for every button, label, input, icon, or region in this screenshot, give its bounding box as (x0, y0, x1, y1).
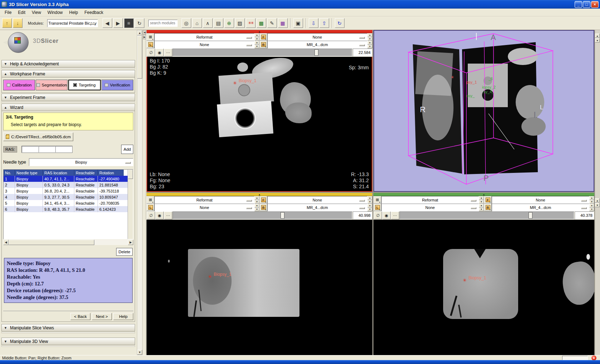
screen-capture-icon[interactable]: ≡ (124, 18, 134, 28)
spinner[interactable]: ▲▼ (367, 41, 372, 48)
minimize-button[interactable]: _ (575, 1, 582, 8)
spinner[interactable]: ▲▼ (367, 204, 372, 211)
fiducial-marker-icon[interactable]: ✳ (208, 274, 212, 279)
spinner[interactable]: ▲▼ (479, 196, 484, 204)
delete-target-button[interactable]: Delete (116, 248, 133, 256)
maximize-button[interactable]: □ (583, 1, 590, 8)
reformat-icon[interactable]: ⊞▼ (373, 196, 381, 204)
add-target-button[interactable]: Add (121, 145, 133, 154)
colors-icon[interactable]: ▦ (278, 18, 288, 28)
help-button[interactable]: Help (113, 313, 133, 320)
update-views-icon[interactable]: ↻ (335, 18, 344, 28)
background-layer-icon[interactable]: B▼ (259, 204, 267, 211)
ras-a-input[interactable] (39, 146, 55, 153)
fiducials-icon[interactable]: ✳✳ (246, 18, 256, 28)
menu-view[interactable]: View (29, 9, 44, 16)
green-reformat-dropdown[interactable]: Reformat (381, 196, 479, 204)
scroll-down-icon[interactable]: ▼ (137, 350, 142, 355)
slice-grid-icon[interactable]: ▨ (235, 18, 245, 28)
table-row[interactable]: 2Biopsy0.5, 33.0, 24.3Reachable21.881548 (4, 182, 128, 188)
fiducial-marker-icon[interactable]: ✳ (233, 80, 237, 86)
needle-type-dropdown[interactable]: Biopsy (29, 158, 133, 166)
collapse-left-icon[interactable]: ◀ (143, 30, 146, 35)
measurements-icon[interactable]: ✎ (267, 18, 277, 28)
section-help-acknowledgement[interactable]: ▼ Help & Acknowledgement (1, 60, 135, 68)
red-background-dropdown[interactable]: MR_4...dcm (267, 41, 367, 49)
scrollbar-thumb[interactable] (128, 170, 133, 179)
reload-module-icon[interactable]: ↻ (135, 18, 144, 28)
ras-s-input[interactable] (55, 146, 72, 153)
slider-handle[interactable] (314, 49, 318, 56)
spinner[interactable]: ▲▼ (367, 33, 372, 41)
yellow-background-dropdown[interactable]: MR_4...dcm (267, 204, 367, 211)
reformat-icon[interactable]: ⊞▼ (147, 33, 154, 41)
visibility-icon[interactable]: ◉ (155, 49, 164, 56)
target-file-button[interactable]: C:/Devel/TRect...e6f5b0b05.dcm (3, 133, 73, 141)
table-row[interactable]: 1Biopsy40.7, 41.1, 2...Reachable-27.4904… (4, 176, 128, 182)
menu-file[interactable]: File (1, 9, 15, 16)
editor-icon[interactable]: ▩ (257, 18, 266, 28)
menu-feedback[interactable]: Feedback (81, 9, 106, 16)
section-manipulate-3d-view[interactable]: ▼ Manipulate 3D View (1, 338, 135, 345)
label-layer-icon[interactable]: L▼ (373, 204, 381, 211)
panel-splitter[interactable]: ◀ ▶ (143, 30, 146, 355)
green-background-dropdown[interactable]: MR_4...dcm (492, 204, 589, 211)
spinner[interactable]: ▲▼ (254, 33, 259, 41)
green-view-bar[interactable]: ▲ (373, 193, 594, 196)
scrollbar-thumb[interactable] (9, 240, 94, 245)
menu-help[interactable]: Help (66, 9, 81, 16)
close-button[interactable]: × (591, 1, 599, 8)
background-layer-icon[interactable]: B▼ (484, 204, 492, 211)
link-views-icon[interactable]: ∅ (147, 211, 155, 219)
module-hierarchy-icon[interactable]: ∧ (203, 18, 213, 28)
tab-verification[interactable]: Verification (101, 80, 133, 90)
more-options-icon[interactable]: ⋯ (164, 49, 172, 56)
scroll-up-icon[interactable]: ▲ (595, 198, 600, 203)
visibility-icon[interactable]: ◉ (382, 211, 391, 219)
slider-handle[interactable] (529, 212, 532, 219)
scroll-right-icon[interactable]: ▶ (128, 240, 133, 245)
scroll-up-icon[interactable]: ▲ (137, 30, 142, 35)
ras-r-input[interactable] (22, 146, 39, 153)
yellow-view-bar[interactable]: ▲ (147, 193, 372, 196)
scroll-down-icon[interactable]: ▼ (595, 38, 600, 43)
save-scene-icon[interactable]: ↓ (13, 18, 23, 28)
spinner[interactable]: ▲▼ (367, 196, 372, 204)
section-manipulate-slice-views[interactable]: ▼ Manipulate Slice Views (1, 324, 135, 331)
error-log-icon[interactable]: × (591, 355, 596, 360)
back-button[interactable]: < Back (70, 313, 90, 320)
background-layer-icon[interactable]: B▼ (259, 41, 267, 48)
layout-select-icon[interactable]: ▣ (293, 18, 303, 28)
green-label-dropdown[interactable]: None (381, 204, 479, 211)
red-slice-slider[interactable] (173, 49, 352, 56)
red-foreground-dropdown[interactable]: None (267, 33, 367, 41)
spinner[interactable]: ▲▼ (254, 41, 259, 48)
green-slice-image[interactable]: ✳ Biopsy_1 (373, 220, 594, 355)
volumes-icon[interactable]: ⊕ (224, 18, 234, 28)
module-back-icon[interactable]: ◀ (103, 18, 112, 28)
red-reformat-dropdown[interactable]: Reformat (154, 33, 254, 41)
foreground-layer-icon[interactable]: F▼ (259, 196, 267, 204)
section-workphase-frame[interactable]: ▲ Workphase Frame (1, 70, 135, 78)
fiducial-up-icon[interactable]: ⇧ (319, 18, 329, 28)
yellow-reformat-dropdown[interactable]: Reformat (154, 196, 254, 204)
yellow-foreground-dropdown[interactable]: None (267, 196, 367, 204)
next-button[interactable]: Next > (92, 313, 112, 320)
label-layer-icon[interactable]: L▼ (147, 204, 154, 211)
red-view-bar[interactable]: ▲ (147, 30, 372, 33)
tab-targeting[interactable]: Targeting (68, 80, 101, 90)
modules-dropdown[interactable]: Transrectal Prostate Biopsy (47, 19, 98, 27)
label-layer-icon[interactable]: L▼ (147, 41, 154, 48)
slider-handle[interactable] (281, 212, 284, 219)
scroll-left-icon[interactable]: ◀ (3, 240, 9, 245)
fiducial-marker-icon[interactable]: ✳ (463, 278, 467, 283)
fiducial-down-icon[interactable]: ⇩ (309, 18, 318, 28)
section-experiment-frame[interactable]: ▼ Experiment Frame (1, 94, 135, 101)
link-views-icon[interactable]: ∅ (147, 49, 155, 56)
yellow-slice-image[interactable]: ✳ Biopsy_1 (147, 220, 372, 355)
spinner[interactable]: ▲▼ (589, 196, 594, 204)
yellow-slice-slider[interactable] (173, 211, 352, 219)
table-row[interactable]: 5Biopsy34.1, 45.4, 3...Reachable-20.7080… (4, 200, 128, 206)
threed-view[interactable]: A R L I P psy_1 _6 iopsy_2 sy_4_ osy_ ✳ (373, 30, 594, 192)
red-label-dropdown[interactable]: None (154, 41, 254, 49)
